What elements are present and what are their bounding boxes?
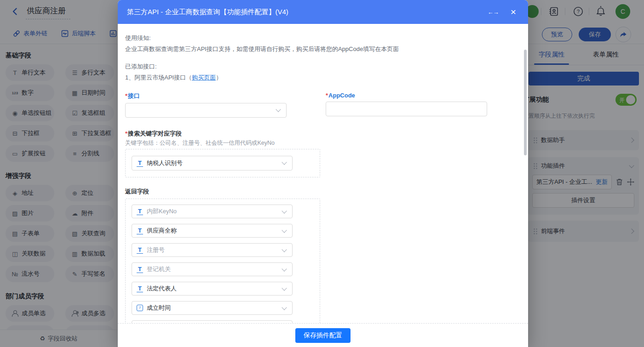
- select-value: 注册号: [147, 246, 165, 254]
- select-value: 成立时间: [147, 304, 171, 312]
- keyword-hint: 关键字包括：公司名、注册号、社会统一信用代码或KeyNo: [125, 139, 528, 147]
- added-api-item: 1、阿里云市场API接口（购买页面）: [125, 74, 528, 82]
- text-field-icon: T: [137, 228, 143, 234]
- select-value: 供应商全称: [147, 227, 177, 235]
- return-fields-box: T内部KeyNo T供应商全称 T注册号 T登记机关 T法定代表人 成立时间 吊…: [125, 199, 320, 323]
- chevron-down-icon: [282, 228, 287, 233]
- return-fields-label: 返回字段: [125, 188, 528, 196]
- notice-body: 企业工商数据查询需第三方API接口支持，如需使用请自行购买，购买后请将您的App…: [125, 45, 528, 53]
- chevron-down-icon: [282, 266, 287, 271]
- keyword-section-label: *搜索关键字对应字段: [125, 130, 528, 138]
- purchase-page-link[interactable]: 购买页面: [192, 74, 216, 81]
- appcode-field: *AppCode: [326, 92, 487, 118]
- chevron-down-icon: [282, 305, 287, 310]
- return-field-select[interactable]: 成立时间: [132, 301, 293, 315]
- modal-title: 第三方API - 企业工商数据查询【功能插件配置】(V4): [127, 8, 488, 17]
- date-field-icon: [137, 305, 143, 311]
- text-field-icon: T: [137, 247, 143, 254]
- text-field-icon: T: [137, 285, 143, 292]
- keyword-field-box: T 纳税人识别号: [125, 149, 320, 177]
- chevron-down-icon: [282, 159, 287, 165]
- chevron-down-icon: [282, 247, 287, 252]
- keyword-field-select[interactable]: T 纳税人识别号: [132, 156, 293, 171]
- return-field-select[interactable]: T内部KeyNo: [132, 205, 293, 218]
- modal-header: 第三方API - 企业工商数据查询【功能插件配置】(V4) ←→ ×: [118, 0, 528, 24]
- expand-icon[interactable]: ←→: [488, 9, 499, 16]
- return-field-select[interactable]: T注册号: [132, 243, 293, 257]
- appcode-label: *AppCode: [326, 92, 487, 99]
- return-field-select[interactable]: T法定代表人: [132, 282, 293, 296]
- select-value: 内部KeyNo: [147, 207, 177, 216]
- chevron-down-icon: [282, 208, 287, 213]
- added-api-text: ）: [216, 74, 222, 81]
- required-mark: *: [326, 92, 328, 99]
- close-icon[interactable]: ×: [511, 7, 516, 17]
- required-mark: *: [125, 130, 127, 137]
- plugin-config-modal: 第三方API - 企业工商数据查询【功能插件配置】(V4) ←→ × 使用须知:…: [118, 0, 528, 347]
- appcode-input[interactable]: [326, 102, 487, 116]
- return-field-select[interactable]: T登记机关: [132, 262, 293, 276]
- text-field-icon: T: [137, 208, 143, 215]
- api-label: *接口: [125, 92, 287, 100]
- modal-body: 使用须知: 企业工商数据查询需第三方API接口支持，如需使用请自行购买，购买后请…: [118, 24, 528, 323]
- select-value: 法定代表人: [147, 284, 177, 293]
- text-field-icon: T: [137, 160, 143, 167]
- modal-scrollbar[interactable]: [524, 50, 527, 155]
- save-plugin-config-button[interactable]: 保存插件配置: [295, 328, 351, 343]
- select-value: 登记机关: [147, 265, 171, 273]
- api-form-row: *接口 *AppCode: [125, 92, 528, 118]
- modal-footer: 保存插件配置: [118, 323, 528, 347]
- return-field-select[interactable]: T供应商全称: [132, 224, 293, 238]
- api-field: *接口: [125, 92, 287, 118]
- added-api-title: 已添加接口:: [125, 63, 528, 71]
- api-select[interactable]: [125, 103, 287, 118]
- select-value: 纳税人识别号: [147, 159, 183, 167]
- text-field-icon: T: [137, 266, 143, 273]
- required-mark: *: [125, 92, 127, 99]
- added-api-text: 1、阿里云市场API接口（: [125, 74, 192, 81]
- chevron-down-icon: [276, 107, 281, 112]
- chevron-down-icon: [282, 285, 287, 290]
- notice-title: 使用须知:: [125, 34, 528, 42]
